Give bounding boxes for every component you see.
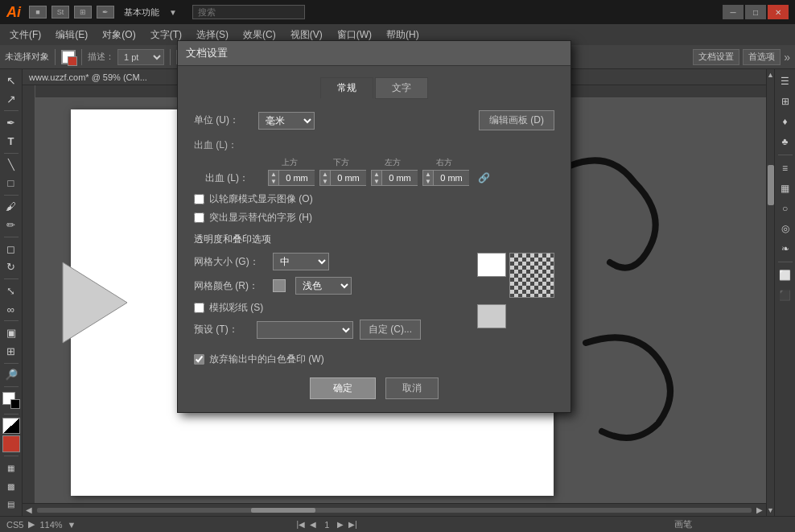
dropdown-icon[interactable]: ▼ (169, 8, 177, 17)
white-swatch (477, 253, 506, 277)
pen-tool[interactable]: ✒ (2, 114, 20, 131)
vscroll-thumb[interactable] (768, 165, 774, 205)
preferences-button[interactable]: 首选项 (743, 49, 781, 65)
type-tool[interactable]: T (2, 133, 20, 150)
doc-settings-button[interactable]: 文档设置 (693, 49, 739, 65)
rotate-tool[interactable]: ↻ (2, 259, 20, 276)
vscroll[interactable]: ▲ ▼ (766, 69, 774, 516)
document-settings-dialog: 文档设置 常规 文字 单位 (U)： 毫米 像素 点 编辑画板 (D) (177, 40, 571, 413)
highlight-glyphs-checkbox[interactable] (194, 212, 204, 223)
discard-white-checkbox[interactable] (194, 354, 204, 365)
bleed-top-spin[interactable]: ▲▼ (268, 170, 279, 186)
minimize-button[interactable]: ─ (723, 5, 744, 19)
toolbar-more-icon[interactable]: » (784, 51, 790, 64)
edit-canvas-button[interactable]: 编辑画板 (D) (479, 110, 554, 130)
simulate-paper-checkbox[interactable] (194, 303, 204, 313)
checker-swatch (509, 253, 554, 298)
vscroll-track[interactable] (768, 80, 774, 505)
bleed-bottom-input-wrap: ▲▼ (319, 170, 366, 186)
line-tool[interactable]: ╲ (2, 156, 20, 173)
panel-btn-6[interactable]: ▦ (776, 179, 794, 197)
mesh-tool[interactable]: ⊞ (2, 343, 20, 360)
hscroll-thumb[interactable] (251, 508, 315, 513)
right-panel: ☰ ⊞ ♦ ♣ ≡ ▦ ○ ◎ ❧ ⬜ ⬛ (774, 69, 795, 516)
stroke-color-fg[interactable] (61, 50, 76, 64)
bleed-bottom-spin[interactable]: ▲▼ (319, 170, 331, 186)
bleed-label: 出血 (L)： (194, 138, 237, 152)
panel-btn-11[interactable]: ⬛ (776, 287, 794, 304)
cancel-button[interactable]: 取消 (385, 377, 439, 399)
eraser-tool[interactable]: ◻ (2, 241, 20, 258)
paintbrush-tool[interactable]: 🖌 (2, 199, 20, 216)
nav-next[interactable]: ▶ (337, 520, 344, 529)
page-num: 1 (324, 520, 329, 530)
panel-btn-4[interactable]: ♣ (776, 133, 794, 151)
scale-tool[interactable]: ⤡ (2, 282, 20, 299)
icon-grid[interactable]: ⊞ (74, 6, 92, 19)
blend-tool[interactable]: ∞ (2, 301, 20, 318)
hscroll-left-btn[interactable]: ◀ (26, 505, 32, 514)
bleed-right-input[interactable] (434, 170, 469, 186)
hscroll-track[interactable] (37, 508, 752, 513)
maximize-button[interactable]: □ (745, 5, 766, 19)
lock-icon[interactable]: 🔗 (477, 171, 490, 184)
extra-tool2[interactable]: ▩ (2, 478, 20, 495)
search-input[interactable] (192, 5, 305, 19)
ok-button[interactable]: 确定 (310, 377, 376, 399)
pencil-tool[interactable]: ✏ (2, 217, 20, 233)
direct-select-tool[interactable]: ↗ (2, 91, 20, 108)
menu-object[interactable]: 对象(O) (96, 27, 142, 43)
screen-mode-tool[interactable] (2, 418, 20, 435)
icon-pen[interactable]: ✒ (97, 6, 114, 19)
panel-btn-10[interactable]: ⬜ (776, 266, 794, 284)
bleed-right-spin[interactable]: ▲▼ (422, 170, 434, 186)
no-selection-label: 未选择对象 (5, 51, 49, 63)
bleed-section: 出血 (L)： 上方 下方 左方 右方 出血 (L)： ▲▼ (194, 138, 554, 186)
preset-select[interactable] (257, 321, 353, 339)
gradient-tool[interactable]: ▣ (2, 324, 20, 341)
select-tool[interactable]: ↖ (2, 72, 20, 89)
extra-tool1[interactable]: ▦ (2, 460, 20, 476)
panel-btn-9[interactable]: ❧ (776, 240, 794, 258)
menu-file[interactable]: 文件(F) (3, 27, 47, 43)
grid-size-select[interactable]: 中 小 大 (273, 253, 329, 270)
bleed-top-input[interactable] (279, 170, 315, 186)
bleed-left-spin[interactable]: ▲▼ (371, 170, 382, 186)
nav-prev[interactable]: ◀ (310, 520, 316, 529)
image-tool[interactable] (2, 435, 20, 452)
extra-tool3[interactable]: ▤ (2, 496, 20, 513)
zoom-dropdown[interactable]: ▼ (68, 520, 76, 530)
grid-size-label: 网格大小 (G)： (194, 255, 266, 269)
close-button[interactable]: ✕ (768, 5, 789, 19)
menu-edit[interactable]: 编辑(E) (49, 27, 94, 43)
panel-btn-7[interactable]: ○ (776, 200, 794, 217)
trans-left: 网格大小 (G)： 中 小 大 网格颜色 (R)： 浅色 深色 (194, 253, 468, 346)
stroke-width-select[interactable]: 1 pt (117, 49, 164, 65)
panel-btn-3[interactable]: ♦ (776, 113, 794, 130)
grid-color-select[interactable]: 浅色 深色 (295, 277, 352, 295)
vscroll-up-btn[interactable]: ▲ (767, 71, 774, 79)
bleed-right-input-wrap: ▲▼ (422, 170, 469, 186)
bleed-left-input-wrap: ▲▼ (371, 170, 418, 186)
nav-end[interactable]: ▶| (348, 520, 357, 529)
stroke-color-bg (68, 56, 77, 66)
left-toolbar: ↖ ↗ ✒ T ╲ □ 🖌 ✏ ◻ ↻ ⤡ ∞ ▣ ⊞ 🔎 ▦ ▩ ▤ (0, 69, 23, 516)
status-arrow[interactable]: ▶ (28, 519, 35, 530)
panel-btn-2[interactable]: ⊞ (776, 93, 794, 110)
vscroll-down-btn[interactable]: ▼ (767, 506, 774, 514)
bleed-bottom-input[interactable] (331, 170, 366, 186)
panel-btn-8[interactable]: ◎ (776, 220, 794, 237)
unit-select[interactable]: 毫米 像素 点 (258, 112, 315, 130)
tab-general[interactable]: 常规 (320, 77, 373, 99)
shape-tool[interactable]: □ (2, 175, 20, 192)
outline-mode-checkbox[interactable] (194, 194, 204, 204)
color-selector[interactable] (2, 392, 20, 409)
hscroll-right-btn[interactable]: ▶ (756, 505, 763, 514)
panel-btn-5[interactable]: ≡ (776, 159, 794, 177)
bleed-left-input[interactable] (382, 170, 418, 186)
eyedropper-tool[interactable]: 🔎 (2, 367, 20, 384)
custom-button[interactable]: 自定 (C)... (360, 320, 421, 340)
nav-start[interactable]: |◀ (297, 520, 306, 529)
tab-text[interactable]: 文字 (375, 77, 428, 99)
panel-btn-1[interactable]: ☰ (776, 72, 794, 90)
